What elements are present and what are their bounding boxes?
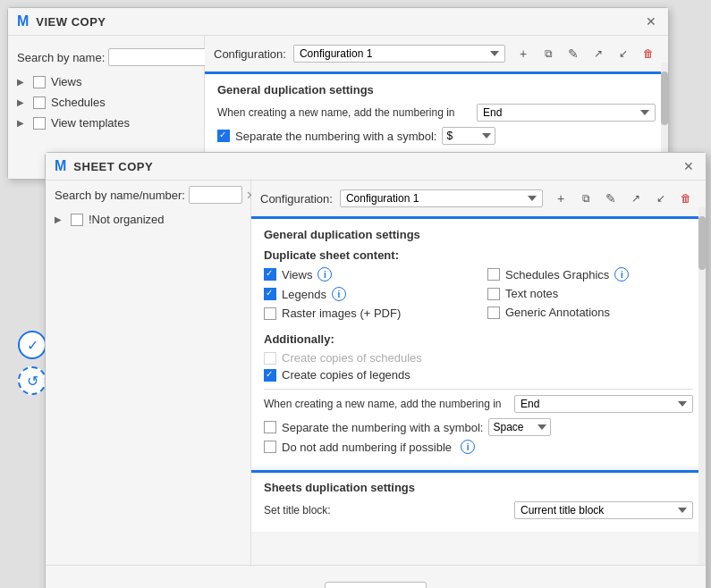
no-numbering-row: Do not add numbering if possible i [264, 440, 693, 454]
delete-config-button[interactable]: 🗑 [638, 43, 659, 64]
set-title-block-row: Set title block: Current title block [264, 501, 693, 519]
sheet-numbering-label: When creating a new name, add the number… [264, 398, 507, 410]
view-copy-settings-area: General duplication settings When creati… [205, 74, 668, 157]
sheet-delete-config-button[interactable]: 🗑 [675, 188, 697, 209]
sheet-scroll-thumb[interactable] [698, 216, 706, 270]
view-copy-search-label: Search by name: [17, 51, 105, 64]
schedules-graphics-checkbox[interactable] [487, 268, 500, 281]
sheet-scrollbar[interactable] [698, 207, 706, 565]
refresh-icon[interactable]: ↺ [18, 366, 47, 395]
view-copy-section-title: General duplication settings [217, 83, 656, 97]
tree-chevron-schedules: ▶ [17, 97, 28, 107]
sheet-numbering-select[interactable]: End [514, 395, 693, 413]
export-config-button[interactable]: ↗ [588, 43, 609, 64]
tree-item-views[interactable]: ▶ Views [8, 71, 204, 92]
sheet-edit-config-button[interactable]: ✎ [600, 188, 622, 209]
sheets-settings-section: Sheets duplication settings Set title bl… [251, 473, 706, 532]
sheet-config-row: Configuration: Configuration 1 + ⧉ ✎ ↗ ↙… [251, 181, 706, 216]
sheet-copy-logo: M [55, 158, 66, 174]
views-check-row: Views i [264, 267, 470, 281]
sheet-export-config-button[interactable]: ↗ [625, 188, 647, 209]
schedules-graphics-check-row: Schedules Graphics i [487, 267, 693, 281]
view-copy-separate-row: Separate the numbering with a symbol: $ [217, 127, 656, 145]
view-copy-separate-checkbox[interactable] [217, 130, 230, 142]
no-numbering-info-icon[interactable]: i [461, 440, 475, 454]
text-notes-label: Text notes [505, 287, 558, 300]
sheet-config-select[interactable]: Configuration 1 [340, 189, 543, 207]
no-numbering-checkbox[interactable] [264, 441, 276, 453]
sheet-config-label: Configuration: [260, 192, 333, 206]
sheet-separate-label: Separate the numbering with a symbol: [282, 421, 483, 434]
create-schedules-row: Create copies of schedules [264, 351, 693, 365]
edit-config-button[interactable]: ✎ [563, 43, 584, 64]
legends-checkbox[interactable] [264, 288, 276, 300]
sheet-separate-checkbox[interactable] [264, 421, 276, 433]
create-legends-checkbox[interactable] [264, 369, 276, 382]
views-info-icon[interactable]: i [317, 267, 332, 281]
tree-chevron-view-templates: ▶ [17, 118, 28, 128]
view-copy-numbering-row: When creating a new name, add the number… [217, 104, 656, 122]
raster-check-row: Raster images (+ PDF) [264, 307, 470, 320]
check-all-icon[interactable]: ✓ [18, 331, 47, 359]
sheet-separate-row: Separate the numbering with a symbol: Sp… [264, 418, 693, 436]
tree-label-views: Views [51, 75, 81, 88]
sheet-tree-chevron: ▶ [55, 214, 65, 224]
view-copy-close-button[interactable]: ✕ [643, 13, 659, 29]
tree-item-view-templates[interactable]: ▶ View templates [8, 113, 204, 133]
text-notes-check-row: Text notes [487, 287, 693, 300]
tree-checkbox-view-templates[interactable] [33, 117, 46, 130]
view-copy-config-label: Configuration: [214, 47, 286, 61]
sheet-copy-body: Search by name/number: ✕ ▶ !Not organize… [46, 181, 706, 565]
legends-info-icon[interactable]: i [332, 287, 346, 301]
proceed-button[interactable]: Proceed [325, 582, 427, 588]
sheet-copy-right-panel: Configuration: Configuration 1 + ⧉ ✎ ↗ ↙… [251, 181, 706, 565]
sheet-symbol-select[interactable]: Space [488, 418, 551, 436]
view-copy-scroll-thumb[interactable] [661, 71, 668, 125]
view-copy-logo: M [17, 13, 29, 29]
sheet-import-config-button[interactable]: ↙ [650, 188, 672, 209]
tree-label-schedules: Schedules [51, 96, 106, 109]
create-legends-label: Create copies of legends [282, 368, 411, 382]
sheet-search-label: Search by name/number: [55, 189, 185, 202]
view-copy-search-row: Search by name: ✕ [8, 43, 204, 71]
sheet-add-config-button[interactable]: + [550, 188, 571, 209]
sheet-tree-label: !Not organized [89, 213, 165, 226]
sheet-copy-footer: Proceed [46, 565, 706, 588]
tree-chevron-views: ▶ [17, 77, 28, 87]
set-title-block-label: Set title block: [264, 504, 507, 517]
sheet-tree-checkbox[interactable] [71, 214, 83, 226]
view-copy-numbering-select[interactable]: End [477, 104, 656, 122]
import-config-button[interactable]: ↙ [613, 43, 634, 64]
view-copy-title: VIEW COPY [36, 15, 636, 29]
set-title-block-select[interactable]: Current title block [514, 501, 693, 519]
sheet-copy-title: SHEET COPY [73, 160, 673, 173]
views-label: Views [282, 268, 312, 281]
add-config-button[interactable]: + [512, 43, 534, 64]
views-checkbox[interactable] [264, 268, 276, 281]
raster-checkbox[interactable] [264, 307, 276, 320]
sheet-search-input[interactable] [189, 186, 242, 204]
col2-items: Schedules Graphics i Text notes Generic … [487, 267, 693, 325]
duplicate-content-label: Duplicate sheet content: [264, 248, 693, 262]
tree-checkbox-schedules[interactable] [33, 97, 46, 109]
sheet-tree-item-not-organized[interactable]: ▶ !Not organized [46, 209, 250, 230]
col1-items: Views i Legends i Raster images (+ PDF) [264, 267, 470, 325]
create-schedules-checkbox[interactable] [264, 352, 276, 365]
schedules-graphics-label: Schedules Graphics [505, 268, 609, 281]
sheet-copy-close-button[interactable]: ✕ [681, 158, 697, 174]
view-copy-symbol-select[interactable]: $ [442, 127, 495, 145]
tree-item-schedules[interactable]: ▶ Schedules [8, 92, 204, 113]
schedules-graphics-info-icon[interactable]: i [614, 267, 629, 281]
copy-config-button[interactable]: ⧉ [537, 43, 559, 64]
tree-checkbox-views[interactable] [33, 76, 46, 88]
text-notes-checkbox[interactable] [487, 288, 500, 300]
generic-annotations-checkbox[interactable] [487, 307, 500, 319]
view-copy-config-select[interactable]: Configuration 1 [293, 45, 505, 63]
tree-label-view-templates: View templates [51, 116, 130, 130]
sheet-copy-left-panel: Search by name/number: ✕ ▶ !Not organize… [46, 181, 251, 565]
raster-label: Raster images (+ PDF) [282, 307, 401, 320]
legends-label: Legends [282, 288, 326, 301]
sheet-search-row: Search by name/number: ✕ [46, 181, 250, 209]
sheet-toolbar: + ⧉ ✎ ↗ ↙ 🗑 [550, 188, 697, 209]
sheet-copy-config-button[interactable]: ⧉ [575, 188, 597, 209]
